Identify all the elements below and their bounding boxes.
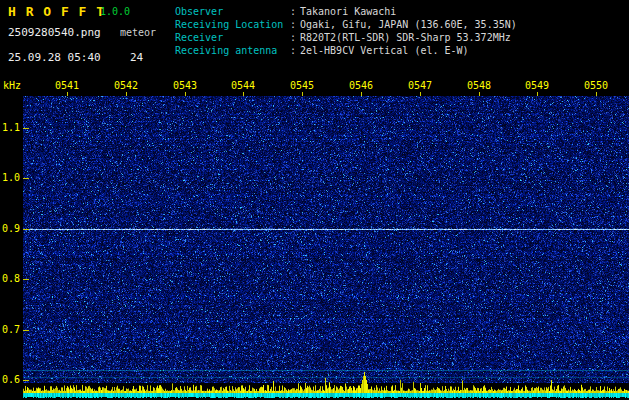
x-tick-label: 0545 <box>290 80 314 91</box>
x-tick-label: 0546 <box>349 80 373 91</box>
x-tick-label: 0549 <box>525 80 549 91</box>
info-separator: : <box>290 31 300 44</box>
x-tick-label: 0542 <box>114 80 138 91</box>
station-info: Observer : Takanori Kawachi Receiving Lo… <box>175 5 517 57</box>
x-tick-label: 0548 <box>467 80 491 91</box>
x-tick-label: 0544 <box>231 80 255 91</box>
info-separator: : <box>290 18 300 31</box>
info-separator: : <box>290 44 300 57</box>
x-tick-label: 0547 <box>408 80 432 91</box>
info-value: R820T2(RTL-SDR) SDR-Sharp 53.372MHz <box>300 31 511 44</box>
output-filename: 2509280540.png <box>8 26 101 39</box>
x-tick-label: 0541 <box>55 80 79 91</box>
datetime: 25.09.28 05:40 <box>8 51 101 64</box>
info-label: Receiving antenna <box>175 44 290 57</box>
info-label: Observer <box>175 5 290 18</box>
spectrogram-canvas <box>0 92 629 400</box>
info-row-observer: Observer : Takanori Kawachi <box>175 5 517 18</box>
info-value: Ogaki, Gifu, JAPAN (136.60E, 35.35N) <box>300 18 517 31</box>
info-label: Receiver <box>175 31 290 44</box>
info-label: Receiving Location <box>175 18 290 31</box>
info-row-receiver: Receiver : R820T2(RTL-SDR) SDR-Sharp 53.… <box>175 31 517 44</box>
count-value: 24 <box>130 51 143 64</box>
info-row-location: Receiving Location : Ogaki, Gifu, JAPAN … <box>175 18 517 31</box>
x-tick-label: 0543 <box>173 80 197 91</box>
hrofft-app-screenshot: H R O F F T 1.0.0 2509280540.png meteor … <box>0 0 629 400</box>
y-axis-unit: kHz <box>3 80 21 91</box>
info-separator: : <box>290 5 300 18</box>
mode-label: meteor <box>120 27 156 38</box>
x-tick-label: 0550 <box>584 80 608 91</box>
app-title: H R O F F T <box>8 4 105 19</box>
info-value: 2el-HB9CV Vertical (el. E-W) <box>300 44 469 57</box>
app-version: 1.0.0 <box>100 6 130 17</box>
info-value: Takanori Kawachi <box>300 5 396 18</box>
spectrogram-plot: kHz 0541 0542 0543 0544 0545 0546 0547 0… <box>0 78 629 400</box>
info-row-antenna: Receiving antenna : 2el-HB9CV Vertical (… <box>175 44 517 57</box>
